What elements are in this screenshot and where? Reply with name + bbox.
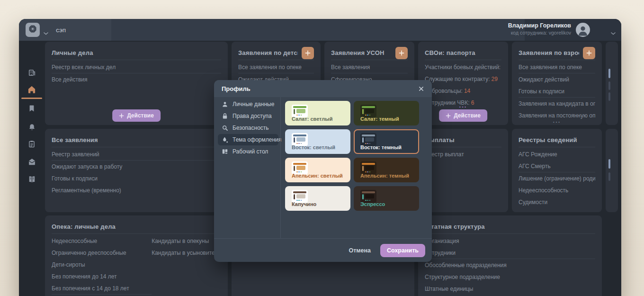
clipped-text-fragment bbox=[608, 69, 610, 78]
card-title: Опека: личные дела bbox=[52, 223, 221, 230]
menu-item-label: Рабочий стол bbox=[233, 148, 268, 155]
theme-name: Восток: светлый bbox=[292, 144, 335, 150]
save-button[interactable]: Сохранить bbox=[380, 244, 425, 257]
theme-tile-vostok-light[interactable]: Восток: светлый bbox=[285, 129, 350, 154]
registry-book-icon[interactable] bbox=[26, 173, 37, 185]
list-item[interactable]: Все заявления по опеке bbox=[238, 61, 314, 73]
lock-icon bbox=[222, 113, 228, 119]
stat-label: Служащие по контракту: bbox=[425, 76, 490, 82]
tasks-icon[interactable] bbox=[26, 138, 37, 150]
list-item[interactable]: Структурное подразделение bbox=[425, 271, 595, 283]
list-item[interactable]: Штатные единицы bbox=[425, 283, 595, 295]
list-item[interactable]: Сотрудники bbox=[425, 247, 595, 259]
list-item[interactable]: Кандидаты в опекуны bbox=[152, 235, 221, 247]
home-icon[interactable] bbox=[26, 84, 37, 95]
bookmarks-icon[interactable] bbox=[26, 103, 37, 114]
card-title: Заявления по детской о... bbox=[238, 49, 298, 56]
list-item[interactable]: Готовы к подписи bbox=[519, 85, 595, 98]
card-title: Реестры сведений bbox=[519, 136, 595, 144]
add-icon[interactable] bbox=[583, 47, 595, 59]
stat-value: 14 bbox=[464, 88, 470, 94]
action-button[interactable]: Действие bbox=[439, 109, 487, 122]
action-button[interactable]: Действие bbox=[112, 109, 161, 122]
theme-tile-cappuccino[interactable]: Капучино bbox=[285, 186, 350, 211]
theme-preview bbox=[360, 161, 376, 174]
theme-tile-apelsin-dark[interactable]: Апельсин: темный bbox=[354, 158, 419, 182]
theme-preview bbox=[292, 161, 308, 174]
action-button-label: Действие bbox=[454, 112, 481, 119]
custody-column-2: Кандидаты в опекуны Кандидаты в усыновит… bbox=[152, 235, 221, 295]
theme-name: Апельсин: темный bbox=[360, 173, 409, 179]
menu-item-security[interactable]: Безопасность bbox=[218, 122, 278, 134]
list-item[interactable]: Все действия bbox=[52, 73, 221, 85]
menu-item-personal-data[interactable]: Личные данные bbox=[218, 99, 278, 110]
stat-label: Участники боевых действий: bbox=[425, 64, 501, 71]
list-item[interactable]: Реестр выплат bbox=[425, 148, 501, 160]
stat-item[interactable]: Добровольцы:14 bbox=[425, 85, 501, 97]
user-menu-chevron-icon[interactable] bbox=[611, 28, 616, 37]
list-item[interactable]: Готовы к подписи bbox=[52, 172, 221, 184]
modal-header: Профиль bbox=[214, 80, 432, 97]
user-menu[interactable]: Владимир Гореликов код сотрудника: vgore… bbox=[525, 19, 621, 41]
stat-item[interactable]: Служащие по контракту:29 bbox=[425, 73, 501, 85]
list-item[interactable]: Все заявления bbox=[331, 61, 408, 73]
list-item[interactable]: Без попечения с 14 до 18 лет bbox=[52, 282, 152, 295]
menu-item-label: Безопасность bbox=[233, 125, 269, 131]
list-item[interactable]: АГС Рождение bbox=[519, 148, 595, 160]
add-icon[interactable] bbox=[302, 47, 314, 59]
theme-tile-salat-light[interactable]: Салат: светлый bbox=[285, 101, 350, 126]
mail-icon[interactable] bbox=[26, 156, 37, 167]
magnifier-icon bbox=[222, 125, 228, 131]
theme-preview bbox=[360, 105, 376, 117]
list-item[interactable]: Без попечения до 14 лет bbox=[52, 270, 152, 282]
theme-tile-espresso[interactable]: Эспрессо bbox=[354, 186, 419, 211]
list-item[interactable]: Лишение (ограничение) родительск... bbox=[519, 172, 595, 184]
theme-tile-apelsin-light[interactable]: Апельсин: светлый bbox=[285, 158, 350, 182]
theme-name: Салат: темный bbox=[360, 116, 399, 122]
list-item[interactable]: Недееспособные bbox=[52, 235, 152, 247]
organizations-icon[interactable] bbox=[26, 67, 37, 78]
stat-item[interactable]: Участники боевых действий:92 bbox=[425, 61, 501, 73]
card-staff-structure: Штатная структура Организация Сотрудники… bbox=[418, 215, 602, 296]
theme-tile-salat-dark[interactable]: Салат: темный bbox=[354, 101, 419, 126]
topbar: сэп Владимир Гореликов код сотрудника: v… bbox=[19, 19, 621, 41]
list-item[interactable]: АГС Смерть bbox=[519, 160, 595, 172]
menu-item-access-rights[interactable]: Права доступа bbox=[218, 110, 278, 122]
user-info: Владимир Гореликов код сотрудника: vgore… bbox=[508, 22, 571, 36]
more-button[interactable]: ... bbox=[512, 117, 602, 124]
list-item[interactable]: Реестр всех личных дел bbox=[52, 61, 221, 73]
list-item[interactable]: Заявления на кандидата в опекуны bbox=[519, 98, 595, 109]
menu-item-theme[interactable]: Тема оформления bbox=[218, 134, 278, 145]
list-item[interactable]: Дети-сироты bbox=[52, 259, 152, 270]
app-title: сэп bbox=[56, 19, 66, 41]
list-item[interactable]: Регламентные (временно) bbox=[52, 184, 221, 196]
app-switcher-chevron-icon[interactable] bbox=[44, 28, 48, 37]
list-item[interactable]: Ожидают действий bbox=[519, 73, 595, 85]
list-item[interactable]: Реестр заявлений bbox=[52, 148, 221, 161]
list-item[interactable]: Все заявления по опеке bbox=[519, 61, 595, 73]
card-registries: Реестры сведений АГС Рождение АГС Смерть… bbox=[512, 129, 602, 212]
list-item[interactable]: Недееспособность bbox=[519, 184, 595, 196]
menu-item-desktop[interactable]: Рабочий стол bbox=[218, 146, 278, 157]
list-item[interactable]: Ожидают запуска в работу bbox=[52, 161, 221, 172]
notifications-icon[interactable] bbox=[26, 121, 37, 133]
list-item[interactable]: Организация bbox=[425, 235, 595, 247]
card-title: СВОи: паспорта bbox=[425, 49, 501, 56]
theme-tile-vostok-dark-selected[interactable]: Восток: темный bbox=[354, 129, 419, 154]
add-icon[interactable] bbox=[395, 47, 408, 59]
list-item[interactable]: Ограниченно дееспособные bbox=[52, 247, 152, 259]
theme-preview bbox=[360, 190, 376, 203]
avatar-icon[interactable] bbox=[576, 23, 590, 37]
list-item[interactable]: Судимости bbox=[519, 196, 595, 208]
theme-name: Апельсин: светлый bbox=[292, 173, 343, 179]
card-clipped-column bbox=[606, 129, 618, 212]
list-item[interactable]: Кандидаты в усыновители bbox=[152, 247, 221, 259]
list-item[interactable]: Обособленные подразделения bbox=[425, 259, 595, 271]
app-logo[interactable] bbox=[26, 23, 40, 37]
cancel-button[interactable]: Отмена bbox=[349, 247, 371, 254]
close-icon[interactable] bbox=[417, 84, 425, 93]
theme-preview bbox=[292, 190, 308, 203]
menu-item-label: Права доступа bbox=[233, 113, 272, 119]
card-all-applications: Все заявления Реестр заявлений Ожидают з… bbox=[45, 129, 228, 212]
theme-name: Капучино bbox=[292, 201, 316, 207]
